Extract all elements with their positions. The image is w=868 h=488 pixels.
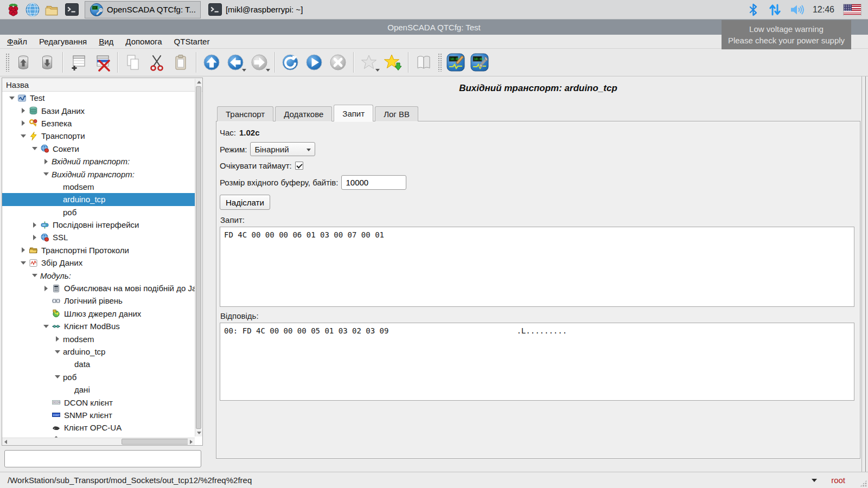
item-add-button[interactable]	[66, 50, 90, 74]
tree-item[interactable]: modsem	[2, 181, 195, 193]
menu-вид[interactable]: Вид	[93, 36, 119, 47]
menu-редагування[interactable]: Редагування	[33, 36, 93, 47]
tree-item[interactable]: Вхідний транспорт:	[2, 155, 195, 168]
resize-grip-icon[interactable]	[860, 480, 867, 487]
taskbar-window-button[interactable]: [mikl@raspberrypi: ~]	[203, 1, 308, 18]
scroll-up-button[interactable]	[195, 79, 202, 86]
expander-icon[interactable]	[52, 375, 63, 378]
tree-item[interactable]: Модуль:	[2, 269, 195, 281]
raspberry-menu-launcher[interactable]	[4, 1, 22, 18]
send-button[interactable]: Надіслати	[220, 195, 270, 210]
bluetooth-icon[interactable]	[748, 3, 760, 16]
globe-browser-launcher[interactable]	[24, 1, 41, 18]
user-selector[interactable]: root	[812, 476, 845, 485]
favorite-add-button[interactable]	[381, 50, 405, 74]
tree-item[interactable]: дані	[2, 383, 195, 396]
scrollbar-thumb[interactable]	[196, 86, 201, 429]
tree-item[interactable]: SSL	[2, 231, 195, 243]
tree-item[interactable]: Збір Даних	[2, 256, 195, 269]
tree-item[interactable]: arduino_tcp	[2, 193, 195, 206]
tree-item[interactable]: SNMPSNMP клієнт	[2, 409, 195, 421]
expander-icon[interactable]	[52, 350, 63, 354]
tree-item[interactable]: Клієнт ModBus	[2, 320, 195, 332]
tree-item[interactable]: Сокети	[2, 143, 195, 155]
wait-timeout-checkbox[interactable]	[295, 162, 303, 170]
item-delete-button[interactable]	[90, 50, 114, 74]
network-arrows-icon[interactable]	[768, 3, 781, 16]
tree-item[interactable]: Шлюз джерел даних	[2, 307, 195, 320]
expander-icon[interactable]	[29, 235, 40, 240]
tab-лог-вв[interactable]: Лог ВВ	[375, 106, 418, 121]
tree-item[interactable]: Послідовні інтерфейси	[2, 219, 195, 231]
menu-qtstarter[interactable]: QTStarter	[168, 36, 216, 47]
expander-icon[interactable]	[29, 147, 40, 150]
expander-icon[interactable]	[41, 325, 52, 328]
scrollbar-thumb[interactable]	[122, 439, 189, 445]
toolbar-handle-icon[interactable]	[5, 53, 9, 72]
expander-icon[interactable]	[18, 261, 29, 265]
tree-vertical-scrollbar[interactable]	[195, 79, 202, 436]
panel-splitter[interactable]	[203, 76, 216, 472]
tree-item[interactable]: Логічний рівень	[2, 294, 195, 307]
scroll-left-button[interactable]	[2, 438, 9, 445]
expander-icon[interactable]	[18, 247, 29, 253]
tree-item[interactable]: Бази Даних	[2, 104, 195, 117]
refresh-button[interactable]	[278, 50, 302, 74]
buffer-size-input[interactable]	[341, 175, 406, 190]
db-save-button[interactable]	[35, 50, 59, 74]
db-load-button[interactable]	[11, 50, 35, 74]
expander-icon[interactable]	[29, 274, 40, 277]
expander-icon[interactable]	[18, 108, 29, 113]
tree-item[interactable]: Транспорти	[2, 130, 195, 142]
tree-item[interactable]: arduino_tcp	[2, 345, 195, 358]
manual-button[interactable]	[412, 50, 436, 74]
expander-icon[interactable]	[41, 286, 52, 291]
scroll-right-button[interactable]	[188, 438, 195, 445]
tree-item[interactable]: modsem	[2, 332, 195, 345]
tree-item[interactable]: Вихідний транспорт:	[2, 168, 195, 180]
expander-icon[interactable]	[18, 120, 29, 126]
forward-button[interactable]	[247, 50, 271, 74]
favorite-button[interactable]	[357, 50, 381, 74]
expander-icon[interactable]	[7, 97, 17, 100]
expander-icon[interactable]	[18, 134, 29, 138]
tree-filter-input[interactable]	[4, 450, 201, 467]
tree-item[interactable]: DCONDCON клієнт	[2, 396, 195, 408]
up-button[interactable]	[200, 50, 224, 74]
tab-запит[interactable]: Запит	[334, 105, 373, 121]
tree-header[interactable]: Назва	[2, 78, 202, 92]
tree-item[interactable]: роб	[2, 371, 195, 383]
menu-допомога[interactable]: Допомога	[119, 36, 168, 47]
tree-item[interactable]: Безпека	[2, 117, 195, 130]
copy-button[interactable]	[121, 50, 145, 74]
back-button[interactable]	[224, 50, 247, 74]
paste-button[interactable]	[169, 50, 193, 74]
volume-icon[interactable]	[790, 3, 804, 16]
start-button[interactable]	[302, 50, 326, 74]
menu-файл[interactable]: Файл	[1, 36, 33, 47]
expander-icon[interactable]	[41, 172, 52, 176]
expander-icon[interactable]	[41, 159, 52, 164]
tree-item[interactable]: роб	[2, 206, 195, 219]
qtcfg-edit-button[interactable]: 10:05	[444, 50, 468, 74]
cut-button[interactable]	[145, 50, 169, 74]
tab-додаткове[interactable]: Додаткове	[275, 106, 332, 121]
expander-icon[interactable]	[52, 336, 63, 342]
terminal-launcher[interactable]	[63, 1, 80, 18]
taskbar-window-button[interactable]: 10:05OpenSCADA QTCfg: T...	[85, 1, 201, 18]
us-flag-icon[interactable]	[843, 4, 861, 16]
file-manager-launcher[interactable]	[43, 1, 61, 18]
tree-item[interactable]: data	[2, 358, 195, 370]
tab-транспорт[interactable]: Транспорт	[217, 106, 273, 121]
tree-item[interactable]: Клієнт OPC-UA	[2, 421, 195, 434]
request-textarea[interactable]: FD 4C 00 00 00 06 01 03 00 07 00 01	[220, 227, 854, 307]
qtcfg-tools-button[interactable]: 10:05	[468, 50, 492, 74]
tree-horizontal-scrollbar[interactable]	[2, 438, 195, 445]
tree-item[interactable]: Обчислювач на мові подібній до Ja	[2, 282, 195, 294]
toolbar-handle-icon[interactable]	[438, 53, 442, 72]
tree-item[interactable]: Транспортні Протоколи	[2, 244, 195, 256]
scroll-down-button[interactable]	[195, 429, 202, 436]
mode-select[interactable]: Бінарний	[250, 142, 315, 156]
response-textarea[interactable]: 00: FD 4C 00 00 00 05 01 03 02 03 09 .L.…	[220, 323, 854, 401]
stop-button[interactable]	[326, 50, 350, 74]
